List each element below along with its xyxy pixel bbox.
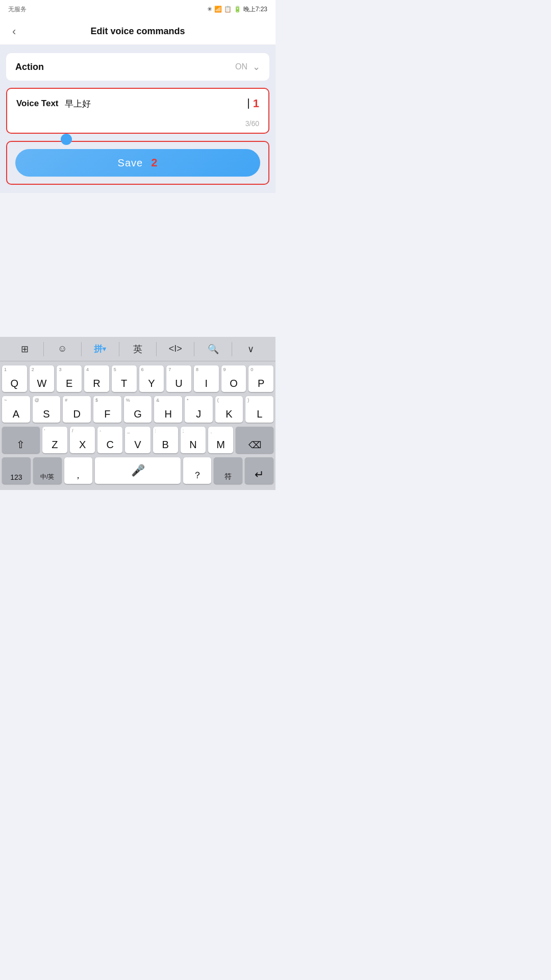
symbol-key[interactable]: 符 <box>214 457 242 484</box>
text-cursor <box>248 99 249 109</box>
key-h[interactable]: &H <box>154 396 182 423</box>
key-row-2: ~A @S #D $F %G &H *J (K )L <box>2 396 273 423</box>
key-row-1: 1Q 2W 3E 4R 5T 6Y 7U 8I 9O 0P <box>2 365 273 392</box>
kb-emoji-button[interactable]: ☺ <box>44 341 81 357</box>
clock: 晚上7:23 <box>243 5 267 14</box>
enter-key[interactable]: ↵ <box>245 457 273 484</box>
space-key[interactable]: 🎤 <box>95 457 180 484</box>
question-key[interactable]: ？ <box>183 457 212 484</box>
key-z[interactable]: 'Z <box>42 427 67 453</box>
key-s[interactable]: @S <box>33 396 61 423</box>
kb-handwrite-button[interactable]: <I> <box>157 341 194 357</box>
delete-key[interactable]: ⌫ <box>236 427 273 453</box>
key-m[interactable]: 、M <box>208 427 233 453</box>
action-row[interactable]: Action ON ⌄ <box>6 53 269 81</box>
keyboard-toolbar: ⊞ ☺ 拼▾ 英 <I> 🔍 ∨ <box>0 337 276 361</box>
number-key[interactable]: 123 <box>2 457 31 484</box>
status-no-service: 无服务 <box>8 5 27 14</box>
key-y[interactable]: 6Y <box>139 365 164 392</box>
key-v[interactable]: _V <box>125 427 150 453</box>
kb-pinyin-button[interactable]: 拼▾ <box>82 341 119 357</box>
save-button[interactable]: Save 2 <box>15 149 260 177</box>
pinyin-dropdown-icon: ▾ <box>103 345 106 353</box>
voice-text-label: Voice Text <box>16 99 59 109</box>
voice-text-row: Voice Text 早上好 1 <box>7 89 268 119</box>
voice-input-area[interactable]: 早上好 1 <box>65 97 259 110</box>
key-t[interactable]: 5T <box>112 365 137 392</box>
key-g[interactable]: %G <box>124 396 152 423</box>
key-c[interactable]: -C <box>97 427 122 453</box>
key-x[interactable]: /X <box>70 427 95 453</box>
backspace-icon: ⌫ <box>248 439 261 451</box>
chevron-down-icon: ⌄ <box>253 61 260 72</box>
key-row-bottom: 123 中/英 ， 🎤 ？ 符 ↵ <box>2 457 273 484</box>
shift-icon: ⇧ <box>16 438 25 451</box>
key-d[interactable]: #D <box>63 396 91 423</box>
key-l[interactable]: )L <box>245 396 273 423</box>
kb-english-button[interactable]: 英 <box>119 341 157 357</box>
action-right: ON ⌄ <box>235 61 260 72</box>
enter-icon: ↵ <box>255 468 264 481</box>
key-i[interactable]: 8I <box>194 365 219 392</box>
voice-text-badge: 1 <box>253 97 259 110</box>
mic-icon: 🎤 <box>131 464 145 477</box>
action-label: Action <box>15 62 44 72</box>
save-badge: 2 <box>151 156 158 169</box>
status-icons: ✳ 📶 📋 🔋 晚上7:23 <box>207 5 267 14</box>
key-r[interactable]: 4R <box>84 365 109 392</box>
kb-search-button[interactable]: 🔍 <box>194 341 232 357</box>
voice-text-value: 早上好 <box>65 98 247 110</box>
lang-switch-key[interactable]: 中/英 <box>33 457 62 484</box>
bluetooth-icon: ✳ <box>207 6 212 13</box>
keyboard: ⊞ ☺ 拼▾ 英 <I> 🔍 ∨ 1Q 2W 3E 4R 5T 6Y 7U 8I… <box>0 337 276 490</box>
key-k[interactable]: (K <box>215 396 243 423</box>
back-button[interactable]: ‹ <box>8 24 20 39</box>
kb-collapse-button[interactable]: ∨ <box>232 341 269 357</box>
kb-grid-button[interactable]: ⊞ <box>6 341 43 357</box>
key-n[interactable]: ;N <box>181 427 206 453</box>
key-q[interactable]: 1Q <box>2 365 27 392</box>
save-card: Save 2 <box>6 141 269 185</box>
key-w[interactable]: 2W <box>30 365 55 392</box>
save-button-label: Save <box>118 157 143 169</box>
key-f[interactable]: $F <box>93 396 121 423</box>
header: ‹ Edit voice commands <box>0 18 276 45</box>
action-value: ON <box>235 62 247 71</box>
key-e[interactable]: 3E <box>57 365 82 392</box>
char-count: 3/60 <box>7 119 268 133</box>
action-card: Action ON ⌄ <box>6 53 269 81</box>
wifi-icon: 📶 <box>214 6 222 13</box>
status-bar: 无服务 ✳ 📶 📋 🔋 晚上7:23 <box>0 0 276 18</box>
page-title: Edit voice commands <box>90 26 185 37</box>
main-content: Action ON ⌄ Voice Text 早上好 1 3/60 Save 2 <box>0 45 276 193</box>
sim-icon: 📋 <box>224 6 232 13</box>
key-u[interactable]: 7U <box>166 365 191 392</box>
battery-icon: 🔋 <box>234 6 241 13</box>
key-row-3: ⇧ 'Z /X -C _V :B ;N 、M ⌫ <box>2 427 273 453</box>
key-j[interactable]: *J <box>185 396 213 423</box>
key-p[interactable]: 0P <box>248 365 273 392</box>
key-b[interactable]: :B <box>153 427 178 453</box>
keyboard-keys: 1Q 2W 3E 4R 5T 6Y 7U 8I 9O 0P ~A @S #D $… <box>0 361 276 490</box>
key-o[interactable]: 9O <box>221 365 246 392</box>
key-a[interactable]: ~A <box>2 396 30 423</box>
comma-key[interactable]: ， <box>64 457 93 484</box>
cursor-handle[interactable] <box>61 134 72 145</box>
shift-key[interactable]: ⇧ <box>2 427 40 453</box>
voice-text-card: Voice Text 早上好 1 3/60 <box>6 88 269 134</box>
